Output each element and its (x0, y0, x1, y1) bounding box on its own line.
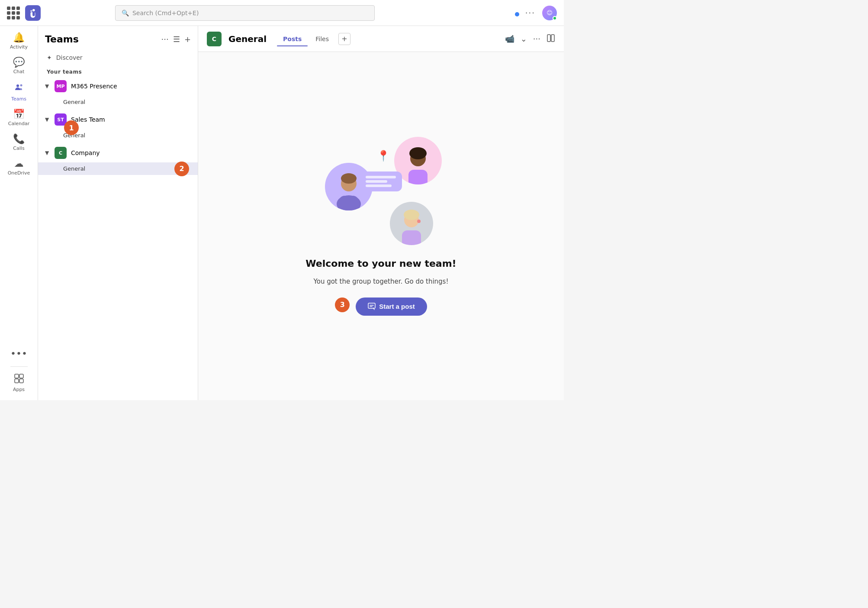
sidebar-item-onedrive-label: OneDrive (8, 170, 30, 176)
teams-add-icon[interactable]: + (184, 35, 191, 44)
onedrive-icon: ☁ (14, 159, 24, 168)
channel-label-m365-general: General (63, 99, 85, 105)
apps-icon (14, 374, 24, 385)
more-options-icon[interactable]: ··· (533, 34, 540, 43)
topbar: 🔍 Search (Cmd+Opt+E) ··· 😊 (0, 0, 564, 26)
sidebar-item-chat[interactable]: 💬 Chat (3, 54, 35, 78)
discover-item[interactable]: ✦ Discover (38, 50, 198, 65)
svg-rect-19 (402, 230, 421, 245)
sidebar-item-chat-label: Chat (13, 69, 25, 74)
calendar-icon: 📅 (13, 110, 25, 119)
app-grid-icon[interactable] (7, 6, 20, 19)
start-post-area: 3 Start a post (335, 294, 427, 316)
sidebar-item-teams-label: Teams (11, 96, 26, 102)
svg-point-18 (417, 220, 421, 223)
main-content: C General Posts Files + 📹 ⌄ ··· (198, 26, 564, 400)
sidebar-item-calendar-label: Calendar (8, 121, 29, 126)
teams-icon (14, 82, 24, 94)
add-tab-button[interactable]: + (338, 33, 350, 45)
svg-rect-8 (551, 35, 554, 42)
channel-label-company-general: General (63, 165, 85, 172)
team-row-company[interactable]: ▼ C Company (38, 143, 198, 162)
teams-logo-icon (25, 5, 41, 21)
svg-point-17 (404, 210, 419, 220)
channel-body: 📍 Welcome to your new team! You got the … (198, 52, 564, 400)
sidebar-item-apps[interactable]: Apps (3, 370, 35, 396)
teams-panel-header: Teams ··· ☰ + (38, 26, 198, 50)
welcome-subtitle: You got the group together. Go do things… (314, 278, 449, 285)
svg-point-14 (409, 147, 427, 159)
section-header: Your teams (38, 65, 198, 77)
search-placeholder: Search (Cmd+Opt+E) (132, 10, 199, 16)
video-call-icon[interactable]: 📹 (505, 34, 514, 43)
team-group-m365: ▼ MP M365 Presence General (38, 77, 198, 108)
channel-row-sales-general[interactable]: General (38, 129, 198, 142)
channel-row-m365-general[interactable]: General (38, 96, 198, 108)
illustration-bubble (360, 171, 402, 191)
teams-panel-body: ✦ Discover Your teams ▼ MP M365 Presence… (38, 50, 198, 400)
svg-rect-5 (15, 379, 19, 383)
search-bar[interactable]: 🔍 Search (Cmd+Opt+E) (115, 5, 375, 21)
team-row-m365[interactable]: ▼ MP M365 Presence (38, 77, 198, 96)
teams-more-icon[interactable]: ··· (161, 35, 169, 44)
tab-files[interactable]: Files (309, 32, 335, 46)
sidebar-item-calendar[interactable]: 📅 Calendar (3, 106, 35, 130)
svg-rect-4 (19, 374, 23, 378)
svg-rect-12 (339, 196, 358, 210)
chevron-icon: ▼ (45, 150, 50, 156)
sidebar-item-teams[interactable]: Teams (3, 79, 35, 105)
svg-point-10 (341, 173, 357, 184)
channel-icon: C (207, 32, 222, 46)
sidebar-item-calls-label: Calls (13, 146, 24, 151)
main-layout: 🔔 Activity 💬 Chat Teams 📅 Calendar 📞 (0, 26, 564, 400)
channel-name: General (228, 34, 267, 44)
activity-icon: 🔔 (13, 33, 25, 42)
sidebar-nav: 🔔 Activity 💬 Chat Teams 📅 Calendar 📞 (0, 26, 38, 400)
sidebar-item-activity[interactable]: 🔔 Activity (3, 29, 35, 53)
search-icon: 🔍 (122, 10, 129, 16)
welcome-illustration: 📍 (316, 137, 446, 249)
svg-point-2 (20, 84, 22, 87)
team-avatar-company: C (55, 147, 67, 159)
discover-label: Discover (56, 54, 83, 61)
channel-tabs: Posts Files + (277, 32, 350, 46)
team-row-sales[interactable]: ▼ ST Sales Team (38, 110, 198, 129)
step-badge-2: 2 (174, 162, 189, 176)
step-badge-3: 3 (335, 298, 350, 312)
sidebar-item-more[interactable]: ••• (3, 346, 35, 362)
notification-dot (515, 12, 519, 16)
sidebar-item-activity-label: Activity (10, 44, 28, 50)
sidebar-item-onedrive[interactable]: ☁ OneDrive (3, 155, 35, 179)
user-avatar[interactable]: 😊 (542, 6, 557, 20)
sidebar-item-calls[interactable]: 📞 Calls (3, 131, 35, 155)
channel-header-right: 📹 ⌄ ··· (505, 34, 555, 44)
chevron-icon: ▼ (45, 116, 50, 123)
expand-panel-icon[interactable] (547, 34, 555, 44)
illustration-person3 (390, 202, 433, 245)
teams-panel: 1 Teams ··· ☰ + ✦ Discover Your teams ▼ … (38, 26, 198, 400)
channel-header: C General Posts Files + 📹 ⌄ ··· (198, 26, 564, 52)
team-name-m365: M365 Presence (71, 83, 117, 90)
chat-icon: 💬 (13, 58, 25, 67)
start-post-label: Start a post (379, 303, 415, 310)
sparkle-icon: ✦ (47, 54, 52, 61)
svg-point-0 (30, 10, 32, 12)
sidebar-item-apps-label: Apps (13, 387, 25, 392)
teams-filter-icon[interactable]: ☰ (173, 35, 180, 44)
teams-panel-title: Teams (45, 34, 158, 45)
svg-point-1 (16, 84, 19, 87)
svg-rect-20 (368, 303, 375, 308)
team-group-sales: ▼ ST Sales Team General (38, 110, 198, 142)
step-badge-1: 1 (64, 120, 79, 135)
tab-posts[interactable]: Posts (277, 32, 308, 46)
illustration-pin: 📍 (377, 150, 390, 162)
more-options-icon[interactable]: ··· (525, 8, 535, 17)
chevron-down-icon[interactable]: ⌄ (521, 34, 527, 43)
channel-row-company-general[interactable]: General 2 (38, 162, 198, 175)
team-group-company: ▼ C Company General 2 (38, 143, 198, 175)
teams-panel-actions: ··· ☰ + (161, 35, 191, 44)
svg-rect-15 (408, 170, 428, 184)
calls-icon: 📞 (13, 134, 25, 144)
chevron-icon: ▼ (45, 83, 50, 89)
start-post-button[interactable]: Start a post (356, 298, 427, 316)
